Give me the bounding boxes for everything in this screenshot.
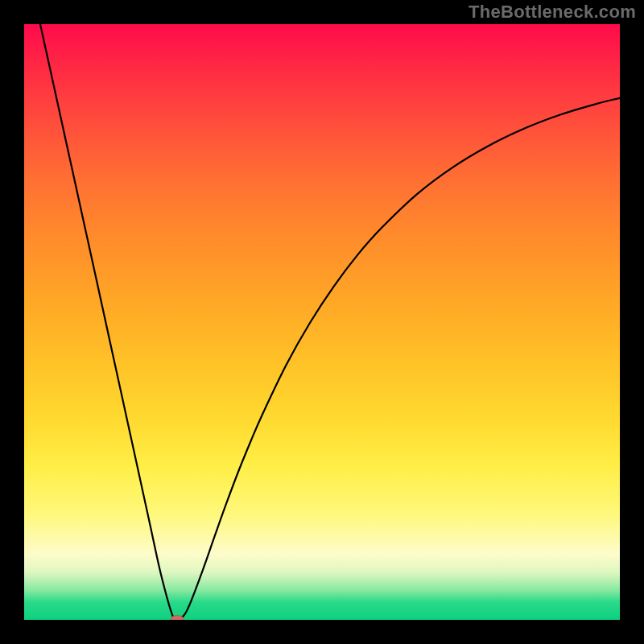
plot-area — [24, 24, 620, 620]
curve-svg — [24, 24, 620, 620]
watermark-text: TheBottleneck.com — [469, 2, 636, 23]
chart-frame: TheBottleneck.com — [0, 0, 644, 644]
bottleneck-curve — [40, 24, 620, 620]
